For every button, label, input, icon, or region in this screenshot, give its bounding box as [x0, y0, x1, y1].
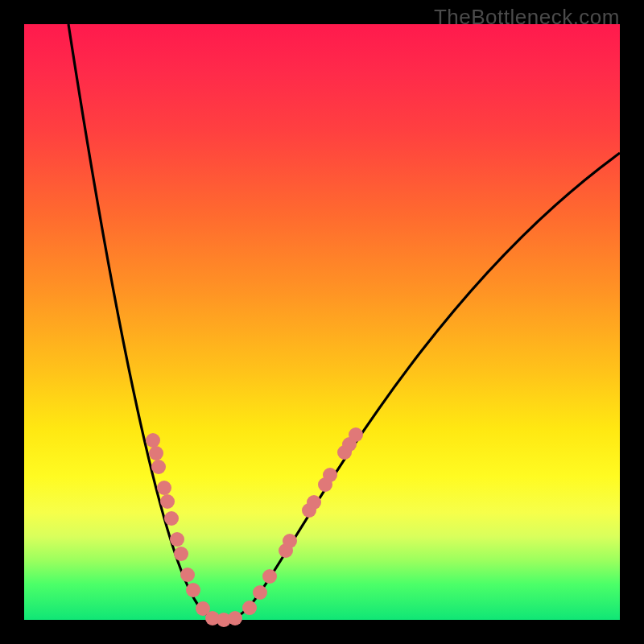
plot-area	[24, 24, 620, 620]
dot-left-4	[160, 494, 175, 509]
dot-right-8	[323, 468, 337, 482]
dot-right-4	[283, 534, 297, 548]
chart-frame: TheBottleneck.com	[0, 0, 644, 644]
dot-left-13	[228, 611, 242, 625]
dot-left-9	[186, 583, 200, 597]
dot-right-2	[262, 569, 277, 584]
dot-right-11	[349, 427, 363, 442]
dot-left-8	[180, 568, 195, 582]
dots-right-group	[242, 427, 363, 615]
dot-right-0	[242, 601, 257, 615]
dot-left-7	[174, 547, 188, 561]
dot-right-6	[307, 495, 321, 510]
dot-left-0	[146, 433, 160, 448]
dot-left-5	[164, 511, 179, 526]
dot-left-6	[170, 532, 184, 547]
left-curve	[68, 24, 225, 620]
dot-left-2	[151, 460, 166, 474]
dot-right-1	[253, 585, 267, 600]
dot-left-1	[149, 446, 163, 460]
dot-left-3	[157, 481, 171, 495]
curve-svg	[24, 24, 620, 620]
